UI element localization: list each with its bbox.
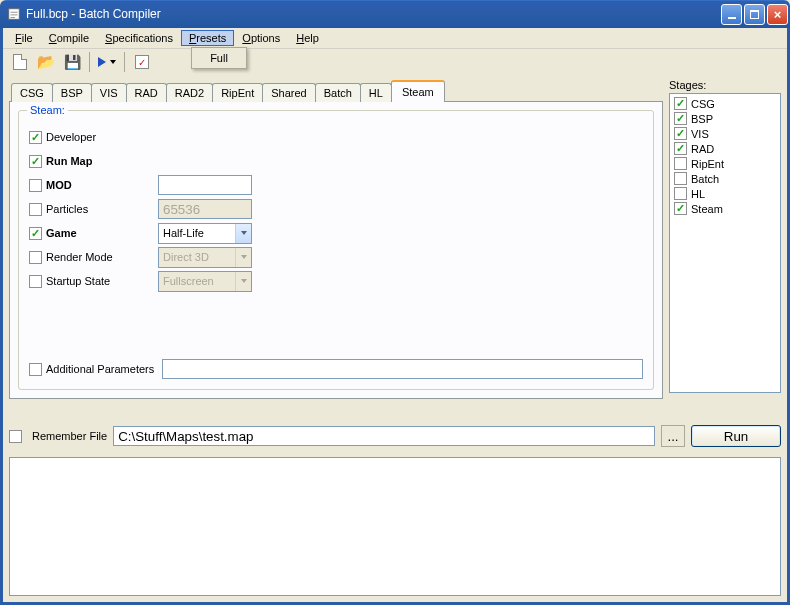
remember-file-label: Remember File (32, 430, 107, 442)
menu-help[interactable]: Help (288, 30, 327, 46)
play-icon (98, 57, 106, 67)
tab-bsp[interactable]: BSP (52, 83, 92, 102)
tab-batch[interactable]: Batch (315, 83, 361, 102)
open-icon: 📂 (37, 53, 56, 71)
chevron-down-icon (110, 60, 116, 64)
menu-bar: File Compile Specifications Presets Opti… (3, 28, 787, 49)
tab-rad2[interactable]: RAD2 (166, 83, 213, 102)
tab-csg[interactable]: CSG (11, 83, 53, 102)
mod-checkbox[interactable] (29, 179, 42, 192)
startup-state-label: Startup State (46, 275, 158, 287)
browse-button[interactable]: ... (661, 425, 685, 447)
particles-input (158, 199, 252, 219)
stage-ripent-checkbox[interactable] (674, 157, 687, 170)
mod-input[interactable] (158, 175, 252, 195)
tab-ripent[interactable]: RipEnt (212, 83, 263, 102)
stage-label: CSG (691, 98, 715, 110)
stage-hl-checkbox[interactable] (674, 187, 687, 200)
additional-params-label: Additional Parameters (46, 363, 154, 375)
options-button[interactable] (131, 51, 153, 73)
additional-params-input[interactable] (162, 359, 643, 379)
stage-label: Batch (691, 173, 719, 185)
file-path-input[interactable] (113, 426, 655, 446)
menu-file[interactable]: File (7, 30, 41, 46)
render-mode-label: Render Mode (46, 251, 158, 263)
stage-rad-checkbox[interactable] (674, 142, 687, 155)
save-button[interactable]: 💾 (61, 51, 83, 73)
run-button[interactable]: Run (691, 425, 781, 447)
mod-label: MOD (46, 179, 158, 191)
tab-vis[interactable]: VIS (91, 83, 127, 102)
menu-compile[interactable]: Compile (41, 30, 97, 46)
maximize-button[interactable] (744, 4, 765, 25)
startup-state-select: Fullscreen (158, 271, 252, 292)
stage-label: HL (691, 188, 705, 200)
stages-list: CSG BSP VIS RAD RipEnt Batch HL Steam (669, 93, 781, 393)
close-button[interactable]: × (767, 4, 788, 25)
steam-group: Steam: Developer Run Map MOD (18, 110, 654, 390)
run-map-checkbox[interactable] (29, 155, 42, 168)
options-icon (135, 55, 149, 69)
stage-bsp-checkbox[interactable] (674, 112, 687, 125)
stage-label: VIS (691, 128, 709, 140)
tab-hl[interactable]: HL (360, 83, 392, 102)
tab-steam[interactable]: Steam (391, 80, 445, 102)
menu-specifications[interactable]: Specifications (97, 30, 181, 46)
new-button[interactable] (9, 51, 31, 73)
title-bar: Full.bcp - Batch Compiler × (0, 0, 790, 28)
stage-label: RipEnt (691, 158, 724, 170)
minimize-button[interactable] (721, 4, 742, 25)
app-icon (6, 6, 22, 22)
game-select-value: Half-Life (159, 227, 235, 239)
game-select[interactable]: Half-Life (158, 223, 252, 244)
menu-presets[interactable]: Presets (181, 30, 234, 46)
stage-vis-checkbox[interactable] (674, 127, 687, 140)
save-icon: 💾 (64, 54, 81, 70)
run-dropdown-button[interactable] (96, 51, 118, 73)
startup-state-checkbox[interactable] (29, 275, 42, 288)
tabs: CSG BSP VIS RAD RAD2 RipEnt Shared Batch… (9, 79, 663, 101)
particles-label: Particles (46, 203, 158, 215)
startup-state-value: Fullscreen (159, 275, 235, 287)
chevron-down-icon (235, 224, 251, 243)
run-map-label: Run Map (46, 155, 158, 167)
run-row: Remember File ... Run (9, 425, 781, 447)
stages-panel: Stages: CSG BSP VIS RAD RipEnt Batch HL … (669, 79, 781, 399)
menu-options[interactable]: Options (234, 30, 288, 46)
stages-title: Stages: (669, 79, 781, 91)
game-label: Game (46, 227, 158, 239)
render-mode-checkbox[interactable] (29, 251, 42, 264)
tab-shared[interactable]: Shared (262, 83, 315, 102)
additional-params-checkbox[interactable] (29, 363, 42, 376)
presets-dropdown: Full (191, 47, 247, 69)
developer-label: Developer (46, 131, 158, 143)
toolbar-separator (124, 52, 125, 72)
developer-checkbox[interactable] (29, 131, 42, 144)
render-mode-select: Direct 3D (158, 247, 252, 268)
game-checkbox[interactable] (29, 227, 42, 240)
chevron-down-icon (235, 248, 251, 267)
stage-label: RAD (691, 143, 714, 155)
toolbar: 📂 💾 Full (3, 49, 787, 75)
preset-item-full[interactable]: Full (192, 48, 246, 68)
remember-file-checkbox[interactable] (9, 430, 22, 443)
chevron-down-icon (235, 272, 251, 291)
tab-rad[interactable]: RAD (126, 83, 167, 102)
new-icon (13, 54, 27, 70)
window-title: Full.bcp - Batch Compiler (26, 7, 721, 21)
output-panel (9, 457, 781, 596)
stage-steam-checkbox[interactable] (674, 202, 687, 215)
stage-label: Steam (691, 203, 723, 215)
toolbar-separator (89, 52, 90, 72)
stage-csg-checkbox[interactable] (674, 97, 687, 110)
group-title: Steam: (27, 104, 68, 116)
open-button[interactable]: 📂 (35, 51, 57, 73)
stage-batch-checkbox[interactable] (674, 172, 687, 185)
render-mode-value: Direct 3D (159, 251, 235, 263)
stage-label: BSP (691, 113, 713, 125)
particles-checkbox[interactable] (29, 203, 42, 216)
tab-content: Steam: Developer Run Map MOD (9, 101, 663, 399)
